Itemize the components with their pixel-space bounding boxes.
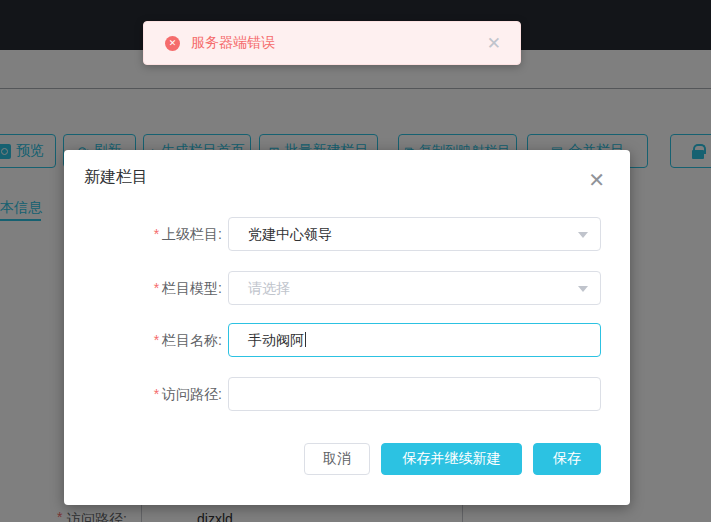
toast-close-icon[interactable]: ✕ — [487, 35, 501, 52]
required-mark: * — [154, 280, 159, 296]
save-button[interactable]: 保存 — [533, 443, 601, 475]
column-name-row: *栏目名称: 手动阀阿 — [64, 323, 630, 357]
text-cursor — [305, 332, 306, 347]
column-model-label: *栏目模型: — [94, 271, 222, 305]
error-toast: ✕ 服务器端错误 ✕ — [143, 21, 521, 65]
parent-column-value: 党建中心领导 — [248, 226, 332, 242]
dialog-footer: 取消 保存并继续新建 保存 — [64, 443, 630, 475]
required-mark: * — [154, 226, 159, 242]
screen: 预览 ⟳ 刷新 ↑ 生成栏目首页 ⊞ 批量新建栏目 ⧉ 复制到映射栏目 ▤ 合并… — [0, 0, 711, 522]
dialog-title: 新建栏目 — [84, 167, 148, 188]
access-path-label: *访问路径: — [94, 377, 222, 411]
save-and-continue-button[interactable]: 保存并继续新建 — [381, 443, 522, 475]
required-mark: * — [154, 386, 159, 402]
error-circle-icon: ✕ — [165, 36, 180, 51]
new-column-dialog: 新建栏目 ✕ *上级栏目: 党建中心领导 *栏目模型: 请选择 *栏目名称: 手… — [64, 150, 630, 505]
access-path-row: *访问路径: — [64, 377, 630, 411]
cancel-button[interactable]: 取消 — [304, 443, 370, 475]
column-model-row: *栏目模型: 请选择 — [64, 271, 630, 305]
column-model-select[interactable]: 请选择 — [228, 271, 601, 305]
chevron-down-icon — [578, 232, 588, 238]
column-name-label: *栏目名称: — [94, 323, 222, 357]
access-path-input[interactable] — [228, 377, 601, 411]
chevron-down-icon — [578, 286, 588, 292]
column-name-input[interactable]: 手动阀阿 — [228, 323, 601, 357]
column-name-value: 手动阀阿 — [248, 332, 304, 348]
parent-column-label: *上级栏目: — [94, 217, 222, 251]
required-mark: * — [154, 332, 159, 348]
parent-column-row: *上级栏目: 党建中心领导 — [64, 217, 630, 251]
dialog-close-icon[interactable]: ✕ — [588, 170, 605, 190]
parent-column-select[interactable]: 党建中心领导 — [228, 217, 601, 251]
column-model-placeholder: 请选择 — [248, 280, 290, 296]
toast-message: 服务器端错误 — [191, 34, 487, 52]
